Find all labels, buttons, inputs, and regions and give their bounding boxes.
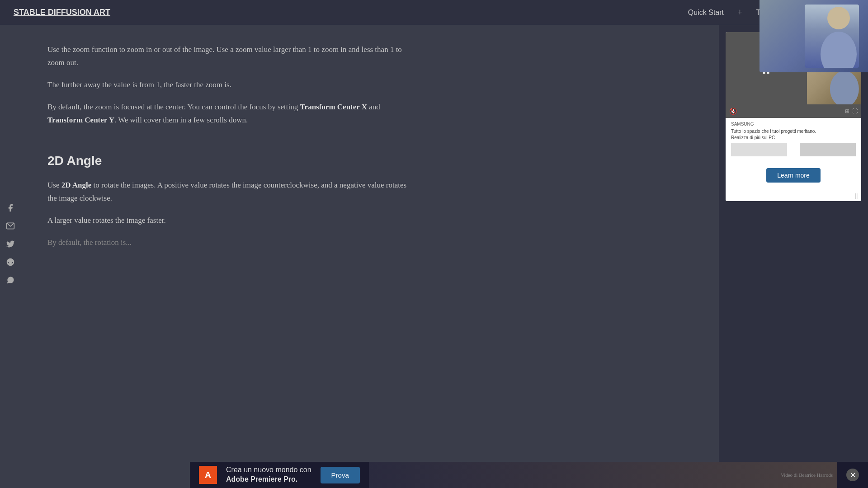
nav-quick-start[interactable]: Quick Start bbox=[688, 9, 724, 17]
svg-point-37 bbox=[830, 71, 859, 104]
banner-close-button[interactable]: ✕ bbox=[846, 469, 859, 481]
ad-text-area: SAMSUNG Tutto lo spazio che i tuoi proge… bbox=[726, 118, 861, 160]
transform-center-x-bold: Transform Center X bbox=[300, 103, 368, 111]
svg-point-39 bbox=[821, 32, 857, 68]
paragraph-larger-value: A larger value rotates the image faster. bbox=[47, 214, 409, 227]
paragraph-zoom-focus: By default, the zoom is focused at the c… bbox=[47, 101, 409, 127]
bottom-banner: A Crea un nuovo mondo con Adobe Premiere… bbox=[190, 462, 868, 488]
paragraph-default-faded: By default, the rotation is... bbox=[47, 236, 409, 249]
svg-point-38 bbox=[827, 7, 850, 29]
fullscreen-icon[interactable]: ⛶ bbox=[852, 108, 858, 115]
2d-angle-bold: 2D Angle bbox=[61, 181, 92, 189]
prova-button[interactable]: Prova bbox=[321, 467, 360, 483]
learn-more-button[interactable]: Learn more bbox=[766, 168, 821, 183]
site-logo[interactable]: STABLE DIFFUSION ART bbox=[14, 8, 110, 17]
adobe-logo: A bbox=[199, 466, 217, 484]
section-2d-angle-heading: 2D Angle bbox=[47, 154, 409, 168]
banner-image-area: Video di Beatrice Harrods bbox=[369, 462, 837, 488]
nav-plus-icon[interactable]: + bbox=[737, 7, 742, 18]
facebook-icon[interactable] bbox=[5, 203, 15, 213]
paragraph-2d-intro: Use 2D Angle to rotate the images. A pos… bbox=[47, 179, 409, 205]
email-icon[interactable] bbox=[5, 221, 15, 231]
reddit-icon[interactable] bbox=[5, 257, 15, 267]
mute-icon[interactable]: 🔇 bbox=[729, 108, 737, 115]
banner-video-label: Video di Beatrice Harrods bbox=[781, 472, 833, 478]
right-sidebar: ⏸ 🔇 ⊞ ⛶ SAMSUNG Tutto lo spazio che i tu… bbox=[719, 25, 868, 488]
webcam-overlay bbox=[760, 0, 868, 72]
main-content: Use the zoom function to zoom in or out … bbox=[25, 25, 432, 272]
whatsapp-icon[interactable] bbox=[5, 275, 15, 285]
navigation-bar: STABLE DIFFUSION ART Quick Start + Tutor… bbox=[0, 0, 868, 25]
twitter-icon[interactable] bbox=[5, 239, 15, 249]
svg-point-1 bbox=[7, 258, 14, 266]
video-extra-icons: ⊞ ⛶ bbox=[845, 108, 858, 115]
video-controls: 🔇 ⊞ ⛶ bbox=[726, 104, 861, 118]
paragraph-zoom-intro: Use the zoom function to zoom in or out … bbox=[47, 43, 409, 70]
webcam-person bbox=[805, 5, 859, 68]
banner-text: Crea un nuovo mondo con Adobe Premiere P… bbox=[226, 465, 311, 484]
ad-resize-handle[interactable]: ||| bbox=[726, 191, 861, 201]
transform-center-y-bold: Transform Center Y bbox=[47, 116, 114, 124]
paragraph-zoom-speed: The further away the value is from 1, th… bbox=[47, 79, 409, 92]
social-sidebar bbox=[0, 198, 21, 290]
settings-icon[interactable]: ⊞ bbox=[845, 108, 849, 115]
